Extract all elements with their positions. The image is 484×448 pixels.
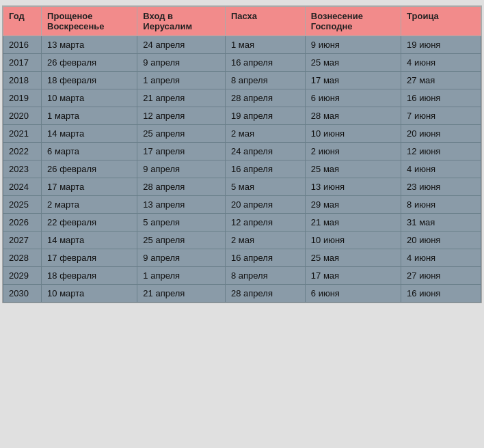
cell-0-2: 24 апреля [137,36,226,54]
header-ascension: ВознесениеГосподне [305,7,401,36]
cell-10-5: 31 мая [401,214,481,232]
cell-6-4: 2 июня [305,143,401,160]
cell-1-3: 16 апреля [225,54,305,72]
cell-6-3: 24 апреля [225,143,305,160]
cell-0-1: 13 марта [42,36,137,54]
cell-6-1: 6 марта [42,143,137,160]
cell-0-0: 2016 [3,36,42,54]
cell-4-1: 1 марта [42,107,137,125]
cell-5-4: 10 июня [305,125,401,143]
cell-0-4: 9 июня [305,36,401,54]
header-row: Год ПрощеноеВоскресенье Вход вИерусалим … [3,7,481,36]
cell-14-1: 10 марта [42,285,137,303]
cell-8-4: 13 июня [305,178,401,196]
cell-6-0: 2022 [3,143,42,160]
cell-11-1: 14 марта [42,232,137,249]
cell-2-4: 17 мая [305,72,401,89]
cell-9-0: 2025 [3,196,42,214]
cell-11-2: 25 апреля [137,232,226,249]
cell-14-3: 28 апреля [225,285,305,303]
cell-10-0: 2026 [3,214,42,232]
cell-1-1: 26 февраля [42,54,137,72]
table-row: 202326 февраля9 апреля16 апреля25 мая4 и… [3,160,481,178]
cell-4-4: 28 мая [305,107,401,125]
header-jerusalem: Вход вИерусалим [137,7,226,36]
table-row: 202817 февраля9 апреля16 апреля25 мая4 и… [3,249,481,267]
cell-3-5: 16 июня [401,89,481,107]
cell-2-3: 8 апреля [225,72,305,89]
cell-12-2: 9 апреля [137,249,226,267]
cell-9-5: 8 июня [401,196,481,214]
table-row: 202622 февраля5 апреля12 апреля21 мая31 … [3,214,481,232]
cell-11-3: 2 мая [225,232,305,249]
cell-13-5: 27 июня [401,267,481,285]
table-row: 20252 марта13 апреля20 апреля29 мая8 июн… [3,196,481,214]
cell-4-5: 7 июня [401,107,481,125]
cell-4-0: 2020 [3,107,42,125]
table-row: 202918 февраля1 апреля8 апреля17 мая27 и… [3,267,481,285]
cell-13-2: 1 апреля [137,267,226,285]
cell-9-3: 20 апреля [225,196,305,214]
cell-13-1: 18 февраля [42,267,137,285]
cell-7-3: 16 апреля [225,160,305,178]
cell-12-1: 17 февраля [42,249,137,267]
table-body: 201613 марта24 апреля1 мая9 июня19 июня2… [3,36,481,303]
cell-8-5: 23 июня [401,178,481,196]
cell-10-4: 21 мая [305,214,401,232]
cell-1-0: 2017 [3,54,42,72]
table-row: 201613 марта24 апреля1 мая9 июня19 июня [3,36,481,54]
header-easter: Пасха [225,7,305,36]
cell-2-1: 18 февраля [42,72,137,89]
cell-5-1: 14 марта [42,125,137,143]
table-row: 20201 марта12 апреля19 апреля28 мая7 июн… [3,107,481,125]
cell-0-3: 1 мая [225,36,305,54]
calendar-table: Год ПрощеноеВоскресенье Вход вИерусалим … [3,6,481,303]
header-forgiveness: ПрощеноеВоскресенье [42,7,137,36]
cell-3-4: 6 июня [305,89,401,107]
table-row: 201726 февраля9 апреля16 апреля25 мая4 и… [3,54,481,72]
cell-5-0: 2021 [3,125,42,143]
cell-11-4: 10 июня [305,232,401,249]
cell-7-1: 26 февраля [42,160,137,178]
cell-13-0: 2029 [3,267,42,285]
cell-13-3: 8 апреля [225,267,305,285]
table-row: 202417 марта28 апреля5 мая13 июня23 июня [3,178,481,196]
table-row: 202114 марта25 апреля2 мая10 июня20 июня [3,125,481,143]
cell-14-2: 21 апреля [137,285,226,303]
table-row: 202714 марта25 апреля2 мая10 июня20 июня [3,232,481,249]
cell-1-5: 4 июня [401,54,481,72]
cell-7-5: 4 июня [401,160,481,178]
cell-10-2: 5 апреля [137,214,226,232]
cell-1-2: 9 апреля [137,54,226,72]
cell-4-2: 12 апреля [137,107,226,125]
cell-6-5: 12 июня [401,143,481,160]
cell-5-5: 20 июня [401,125,481,143]
cell-3-1: 10 марта [42,89,137,107]
cell-2-0: 2018 [3,72,42,89]
cell-1-4: 25 мая [305,54,401,72]
header-year: Год [3,7,42,36]
cell-12-4: 25 мая [305,249,401,267]
cell-7-4: 25 мая [305,160,401,178]
cell-8-0: 2024 [3,178,42,196]
cell-14-0: 2030 [3,285,42,303]
cell-2-5: 27 мая [401,72,481,89]
cell-2-2: 1 апреля [137,72,226,89]
table-row: 201910 марта21 апреля28 апреля6 июня16 и… [3,89,481,107]
cell-9-1: 2 марта [42,196,137,214]
cell-10-3: 12 апреля [225,214,305,232]
cell-0-5: 19 июня [401,36,481,54]
cell-3-2: 21 апреля [137,89,226,107]
cell-8-3: 5 мая [225,178,305,196]
cell-10-1: 22 февраля [42,214,137,232]
cell-5-3: 2 мая [225,125,305,143]
cell-9-4: 29 мая [305,196,401,214]
cell-4-3: 19 апреля [225,107,305,125]
header-trinity: Троица [401,7,481,36]
table-row: 20226 марта17 апреля24 апреля2 июня12 ию… [3,143,481,160]
cell-7-2: 9 апреля [137,160,226,178]
cell-5-2: 25 апреля [137,125,226,143]
cell-13-4: 17 мая [305,267,401,285]
cell-11-0: 2027 [3,232,42,249]
cell-12-5: 4 июня [401,249,481,267]
